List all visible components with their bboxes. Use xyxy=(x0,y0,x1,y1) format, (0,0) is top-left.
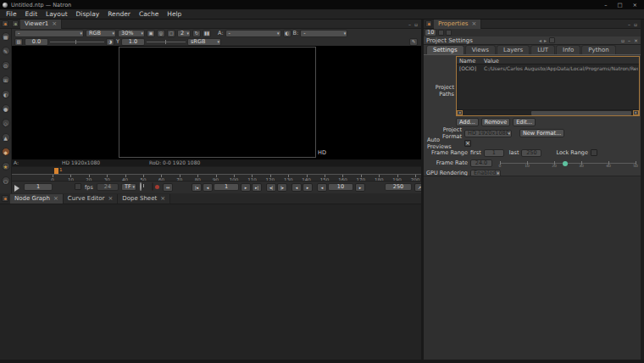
merge-tool-icon[interactable]: ▲ xyxy=(2,133,10,142)
edit-path-button[interactable]: Edit... xyxy=(513,118,536,126)
proxy-combo[interactable]: 2 xyxy=(177,30,191,37)
b-input-combo[interactable]: - xyxy=(300,30,347,37)
record-icon[interactable] xyxy=(152,182,153,191)
colorspace-combo[interactable]: sRGB xyxy=(187,38,221,46)
timeline[interactable]: 1 01020304050607080901001101201301401501… xyxy=(12,166,421,181)
pane-minimize-icon[interactable]: – xyxy=(628,21,630,27)
full-frame-icon[interactable]: ◎ xyxy=(157,30,165,37)
tab-dope-sheet[interactable]: Dope Sheet × xyxy=(118,194,170,204)
pick-color-icon[interactable]: ✎ xyxy=(409,38,418,46)
max-panels-field[interactable]: 10 xyxy=(425,29,436,36)
menu-cache[interactable]: Cache xyxy=(135,10,163,18)
minimize-panel-icon[interactable]: – xyxy=(628,37,630,43)
keyer-tool-icon[interactable]: ◇ xyxy=(2,119,10,127)
clip-to-format-icon[interactable]: ▣ xyxy=(147,30,155,37)
frame-rate-field[interactable]: 24.0 xyxy=(470,159,492,167)
tab-properties[interactable]: Properties × xyxy=(434,20,481,29)
pane-float-icon[interactable]: ▫ xyxy=(634,21,637,27)
project-paths-table[interactable]: Name Value [OCIO] C:/Users/Carlos August… xyxy=(456,56,640,116)
channel-tool-icon[interactable]: ⊞ xyxy=(2,75,10,84)
playhead[interactable] xyxy=(54,168,58,174)
current-frame-field[interactable]: 1 xyxy=(214,183,239,191)
next-increment-button[interactable]: |▸ xyxy=(277,183,287,192)
maximize-button[interactable]: □ xyxy=(617,2,622,8)
tab-lut[interactable]: LUT xyxy=(530,45,555,54)
menu-display[interactable]: Display xyxy=(72,10,104,18)
gamma-field[interactable]: 1.0 xyxy=(121,38,145,46)
table-hscrollbar[interactable]: ◂ ▸ xyxy=(457,109,639,115)
prev-keyframe-button[interactable]: ◂ xyxy=(317,183,327,192)
clear-panels-icon[interactable] xyxy=(438,30,444,36)
play-forward-button[interactable]: ▸ xyxy=(303,183,313,192)
float-panel-icon[interactable]: ▫ xyxy=(621,37,625,43)
frame-rate-slider[interactable]: 01020304050 xyxy=(500,159,636,167)
in-point-field[interactable]: 1 xyxy=(24,183,53,191)
pane-layout-icon[interactable] xyxy=(425,20,432,27)
first-frame-field[interactable]: 1 xyxy=(484,149,504,157)
close-tab-icon[interactable]: × xyxy=(53,195,58,202)
fps-checkbox[interactable] xyxy=(75,183,81,190)
menu-edit[interactable]: Edit xyxy=(21,10,42,18)
tab-curve-editor[interactable]: Curve Editor × xyxy=(64,194,118,204)
pane-minimize-icon[interactable]: – xyxy=(408,21,411,27)
lock-range-checkbox[interactable] xyxy=(591,149,597,156)
minimize-panels-icon[interactable] xyxy=(446,30,452,36)
close-tab-icon[interactable]: × xyxy=(160,195,165,202)
next-frame-button[interactable]: ▸ xyxy=(241,183,251,192)
tab-info[interactable]: Info xyxy=(556,45,580,54)
add-path-button[interactable]: Add... xyxy=(456,118,479,126)
tab-python[interactable]: Python xyxy=(581,45,615,54)
draw-tool-icon[interactable]: ✎ xyxy=(2,47,10,55)
scroll-right-icon[interactable]: ▸ xyxy=(633,110,639,115)
play-backward-button[interactable]: ◂ xyxy=(291,183,302,192)
title-bar[interactable]: Untitled.ntp — Natron – □ × xyxy=(0,0,644,9)
layer-combo[interactable]: - xyxy=(14,30,84,37)
pause-icon[interactable]: ▮▮ xyxy=(203,30,211,37)
scrollbar-thumb[interactable] xyxy=(531,111,631,115)
menu-layout[interactable]: Layout xyxy=(42,10,72,18)
pane-layout-icon[interactable] xyxy=(2,20,8,27)
fps-field[interactable]: 24 xyxy=(97,183,119,191)
tab-viewer1[interactable]: Viewer1 × xyxy=(20,20,62,29)
menu-help[interactable]: Help xyxy=(163,10,186,18)
frame-increment-field[interactable]: 10 xyxy=(328,183,353,191)
undo-icon[interactable]: ◂ xyxy=(539,37,541,43)
gain-field[interactable]: 0.0 xyxy=(25,38,48,46)
node-graph-canvas[interactable]: 1 2 Viewer1 xyxy=(0,204,421,360)
wipe-operator-icon[interactable]: ◐ xyxy=(283,30,291,37)
close-tab-icon[interactable]: × xyxy=(108,195,113,202)
first-frame-button[interactable]: |◂ xyxy=(192,183,202,192)
gain-slider[interactable] xyxy=(50,42,104,42)
viewer-canvas[interactable]: HD xyxy=(12,46,421,159)
tab-node-graph[interactable]: Node Graph × xyxy=(10,194,64,204)
tab-settings[interactable]: Settings xyxy=(426,45,464,54)
refresh-icon[interactable]: ↻ xyxy=(192,30,201,37)
menu-file[interactable]: File xyxy=(2,10,21,18)
menu-render[interactable]: Render xyxy=(103,10,135,18)
roi-icon[interactable]: ▢ xyxy=(167,30,175,37)
remove-path-button[interactable]: Remove xyxy=(481,118,510,126)
color-tool-icon[interactable]: ◐ xyxy=(2,90,10,98)
other-tool-icon[interactable]: ○ xyxy=(2,176,10,185)
filter-tool-icon[interactable]: ● xyxy=(2,104,10,113)
close-panel-icon[interactable]: × xyxy=(634,37,638,43)
tab-views[interactable]: Views xyxy=(465,45,496,54)
transform-tool-icon[interactable]: ◆ xyxy=(2,148,10,156)
tab-layers[interactable]: Layers xyxy=(497,45,530,54)
scroll-left-icon[interactable]: ◂ xyxy=(457,110,463,115)
close-tab-icon[interactable]: × xyxy=(52,20,57,27)
autocontrast-icon[interactable]: ▧ xyxy=(14,38,23,46)
pane-anchor-icon[interactable] xyxy=(12,20,19,27)
out-point-field[interactable]: 250 xyxy=(385,183,412,191)
close-tab-icon[interactable]: × xyxy=(471,20,476,27)
channels-combo[interactable]: RGB xyxy=(86,30,116,37)
timeformat-combo[interactable]: TF xyxy=(121,183,136,191)
auto-previews-checkbox[interactable]: × xyxy=(464,140,471,147)
extra-tool-icon[interactable]: ★ xyxy=(2,162,10,170)
prev-increment-button[interactable]: ◂| xyxy=(266,183,276,192)
redo-icon[interactable]: ▸ xyxy=(544,37,547,43)
path-name-cell[interactable]: [OCIO] xyxy=(459,65,476,71)
gamma-toggle-icon[interactable]: ◑ xyxy=(106,38,114,46)
next-keyframe-button[interactable]: ▸ xyxy=(355,183,365,192)
zoom-combo[interactable]: 30% xyxy=(118,30,145,37)
